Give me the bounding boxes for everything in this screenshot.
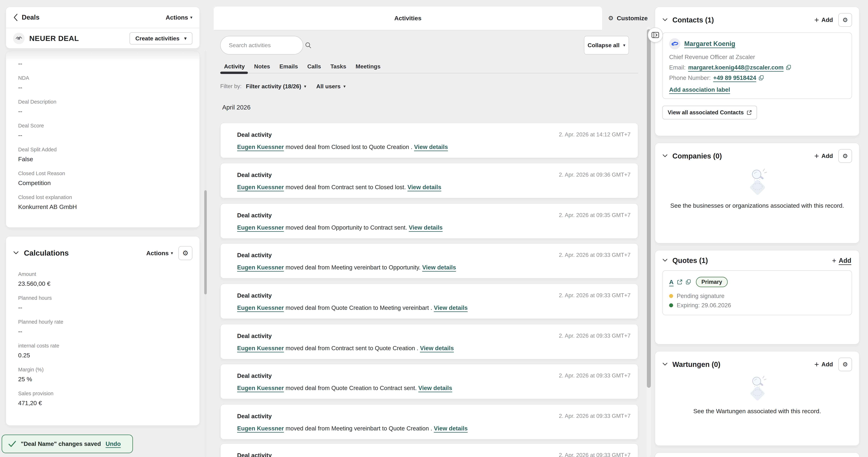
deal-header-card: Deals Actions ▾ NEUER DEAL Create activi… bbox=[6, 7, 200, 48]
empty-search-illustration bbox=[742, 166, 772, 198]
activity-card[interactable]: Deal activity 2. Apr. 2026 at 14:12 GMT+… bbox=[220, 123, 638, 158]
deal-actions-button[interactable]: Actions bbox=[166, 14, 188, 21]
activity-text: moved deal from Meeting vereinbart to Qu… bbox=[284, 425, 434, 432]
copy-icon[interactable] bbox=[686, 279, 691, 285]
create-activities-button[interactable]: Create activities ▾ bbox=[129, 32, 192, 44]
back-to-deals-link[interactable]: Deals bbox=[22, 14, 39, 21]
date-group-heading: April 2026 bbox=[222, 104, 251, 111]
filter-activity-dropdown[interactable]: Filter activity (18/26) ▾ bbox=[246, 83, 306, 90]
activity-text: moved deal from Meeting vereinbart to Op… bbox=[284, 264, 422, 271]
view-details-link[interactable]: View details bbox=[409, 224, 443, 231]
view-details-link[interactable]: View details bbox=[420, 345, 454, 352]
gear-icon: ⚙ bbox=[608, 15, 614, 21]
center-scrollbar-thumb[interactable] bbox=[647, 29, 651, 388]
contact-phone-link[interactable]: +49 89 9518424 bbox=[713, 74, 756, 81]
activity-card[interactable]: Deal activity 2. Apr. 2026 at 09:35 GMT+… bbox=[220, 203, 638, 239]
quote-expiring: Expiring: 29.06.2026 bbox=[677, 302, 731, 309]
undo-link[interactable]: Undo bbox=[105, 440, 121, 447]
quotes-card: Quotes (1) + Add A Primary Pending signa… bbox=[655, 250, 860, 345]
collapse-all-button[interactable]: Collapse all ▾ bbox=[584, 36, 629, 55]
add-company-button[interactable]: + Add bbox=[814, 152, 833, 160]
actor-link[interactable]: Eugen Kuessner bbox=[237, 264, 284, 271]
collapse-chevron-icon[interactable] bbox=[662, 154, 668, 158]
tab-notes[interactable]: Notes bbox=[254, 63, 270, 70]
tab-calls[interactable]: Calls bbox=[307, 63, 321, 70]
quote-tile: A Primary Pending signature Expiring: 29… bbox=[662, 270, 852, 315]
tab-meetings[interactable]: Meetings bbox=[356, 63, 381, 70]
active-tab-indicator bbox=[220, 72, 248, 74]
activity-text: moved deal from Contract sent to Closed … bbox=[284, 184, 407, 191]
quote-status: Pending signature bbox=[677, 293, 724, 299]
view-details-link[interactable]: View details bbox=[434, 425, 468, 432]
actor-link[interactable]: Eugen Kuessner bbox=[237, 385, 284, 391]
actor-link[interactable]: Eugen Kuessner bbox=[237, 425, 284, 432]
left-scrollbar-thumb[interactable] bbox=[204, 190, 207, 294]
actor-link[interactable]: Eugen Kuessner bbox=[237, 304, 284, 311]
add-wartung-button[interactable]: + Add bbox=[814, 360, 833, 368]
contacts-settings-button[interactable]: ⚙ bbox=[838, 13, 852, 27]
collapse-panel-button[interactable] bbox=[648, 28, 663, 42]
tab-activity[interactable]: Activity bbox=[224, 63, 245, 70]
view-details-link[interactable]: View details bbox=[407, 184, 441, 191]
gear-icon: ⚙ bbox=[842, 17, 848, 23]
companies-title: Companies (0) bbox=[672, 152, 722, 160]
tab-tasks[interactable]: Tasks bbox=[330, 63, 346, 70]
add-contact-button[interactable]: + Add bbox=[814, 16, 833, 24]
activity-card[interactable]: Deal activity 2. Apr. 2026 at 09:33 GMT+… bbox=[220, 364, 638, 399]
activity-timestamp: 2. Apr. 2026 at 09:33 GMT+7 bbox=[559, 292, 630, 299]
collapse-chevron-icon[interactable] bbox=[662, 259, 668, 263]
collapse-chevron-icon[interactable] bbox=[13, 251, 19, 255]
calculations-actions-button[interactable]: Actions bbox=[146, 250, 169, 257]
search-activities-field[interactable] bbox=[220, 36, 303, 55]
save-toast: "Deal Name" changes saved Undo bbox=[2, 434, 133, 453]
activity-card[interactable]: Deal activity 2. Apr. 2026 at 09:33 GMT+… bbox=[220, 324, 638, 359]
all-users-dropdown[interactable]: All users ▾ bbox=[316, 83, 346, 90]
add-quote-link[interactable]: + Add bbox=[832, 257, 851, 264]
activity-card[interactable]: Deal activity 2. Apr. 2026 at 09:33 GMT+… bbox=[220, 284, 638, 319]
copy-icon[interactable] bbox=[786, 65, 791, 70]
view-all-contacts-button[interactable]: View all associated Contacts bbox=[662, 106, 757, 119]
activity-timestamp: 2. Apr. 2026 at 09:36 GMT+7 bbox=[559, 172, 630, 178]
search-input[interactable] bbox=[228, 42, 305, 49]
calculations-title: Calculations bbox=[24, 249, 69, 257]
wartungen-empty-text: See the Wartungen associated with this r… bbox=[669, 406, 845, 416]
external-link-icon bbox=[747, 110, 752, 115]
quote-name-link[interactable]: A bbox=[669, 279, 674, 286]
activity-card[interactable]: Deal activity 2. Apr. 2026 at 09:33 GMT+… bbox=[220, 443, 638, 457]
view-details-link[interactable]: View details bbox=[422, 264, 456, 271]
activity-card[interactable]: Deal activity 2. Apr. 2026 at 09:33 GMT+… bbox=[220, 404, 638, 439]
actor-link[interactable]: Eugen Kuessner bbox=[237, 345, 284, 352]
activity-card[interactable]: Deal activity 2. Apr. 2026 at 09:33 GMT+… bbox=[220, 243, 638, 279]
activity-text: moved deal from Contract sent to Quote C… bbox=[284, 345, 420, 352]
actor-link[interactable]: Eugen Kuessner bbox=[237, 184, 284, 191]
copy-icon[interactable] bbox=[759, 75, 764, 80]
customize-button[interactable]: ⚙ Customize bbox=[608, 12, 648, 24]
collapse-panel-icon bbox=[652, 32, 659, 38]
contact-name-link[interactable]: Margaret Koenig bbox=[684, 40, 735, 47]
collapse-chevron-icon[interactable] bbox=[662, 362, 668, 366]
wartungen-title: Wartungen (0) bbox=[672, 360, 720, 368]
calculations-settings-button[interactable]: ⚙ bbox=[178, 246, 192, 260]
activity-timestamp: 2. Apr. 2026 at 09:33 GMT+7 bbox=[559, 413, 630, 419]
view-details-link[interactable]: View details bbox=[434, 304, 468, 311]
calculations-card: Calculations Actions ▾ ⚙ Amount 23.560,0… bbox=[6, 236, 200, 426]
collapse-chevron-icon[interactable] bbox=[662, 18, 668, 22]
tab-activities[interactable]: Activities bbox=[214, 7, 602, 30]
calc-field: Sales provision 471,20 € bbox=[18, 391, 192, 406]
gear-icon: ⚙ bbox=[842, 361, 848, 367]
actor-link[interactable]: Eugen Kuessner bbox=[237, 224, 284, 231]
back-chevron-icon[interactable] bbox=[13, 13, 18, 21]
companies-settings-button[interactable]: ⚙ bbox=[838, 149, 852, 163]
toast-message: "Deal Name" changes saved bbox=[21, 440, 101, 447]
add-association-link[interactable]: Add association label bbox=[669, 86, 730, 93]
activity-card[interactable]: Deal activity 2. Apr. 2026 at 09:36 GMT+… bbox=[220, 163, 638, 198]
view-details-link[interactable]: View details bbox=[418, 385, 452, 391]
actor-link[interactable]: Eugen Kuessner bbox=[237, 143, 284, 150]
deal-title: NEUER DEAL bbox=[29, 34, 79, 43]
wartungen-settings-button[interactable]: ⚙ bbox=[838, 358, 852, 371]
tab-emails[interactable]: Emails bbox=[280, 63, 298, 70]
contact-email-link[interactable]: margaret.koenig448@zscaler.com bbox=[688, 64, 783, 71]
view-details-link[interactable]: View details bbox=[414, 143, 448, 150]
external-link-icon[interactable] bbox=[677, 280, 682, 285]
activity-text: moved deal from Closed lost to Quote Cre… bbox=[284, 143, 414, 150]
